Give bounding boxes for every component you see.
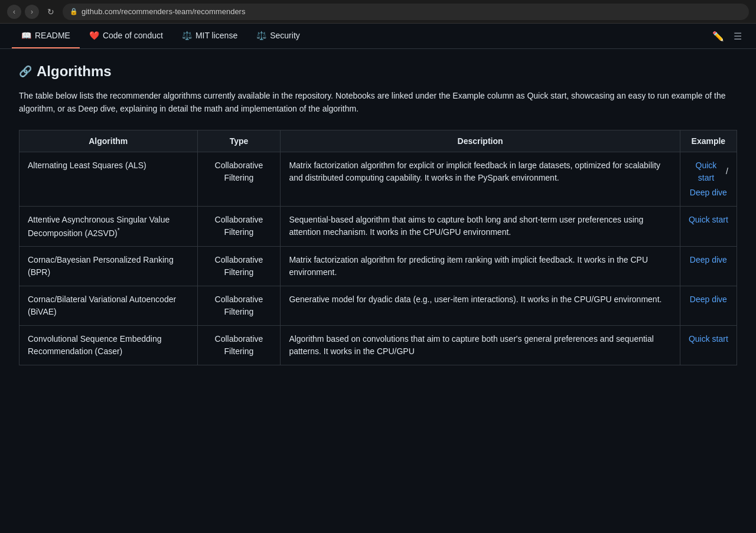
main-content: 🔗 Algorithms The table below lists the r… xyxy=(0,49,756,380)
deep-dive-link[interactable]: Deep dive xyxy=(690,254,727,266)
algo-example: Quick start xyxy=(680,206,737,247)
algo-type: Collaborative Filtering xyxy=(197,286,281,326)
tab-bar: 📖 README ❤️ Code of conduct ⚖️ MIT licen… xyxy=(0,24,756,49)
algo-name: Cornac/Bilateral Variational Autoencoder… xyxy=(19,286,198,326)
quick-start-link[interactable]: Quick start xyxy=(689,333,728,345)
tab-readme[interactable]: 📖 README xyxy=(12,24,80,48)
col-description: Description xyxy=(281,130,680,152)
example-cell: Deep dive xyxy=(689,254,728,266)
example-cell: Deep dive xyxy=(689,293,728,306)
table-row: Cornac/Bayesian Personalized Ranking (BP… xyxy=(19,247,737,286)
example-cell: Quick start xyxy=(689,333,728,345)
lock-icon: 🔒 xyxy=(70,8,78,15)
tab-mit-license-label: MIT license xyxy=(195,31,237,40)
table-row: Cornac/Bilateral Variational Autoencoder… xyxy=(19,286,737,326)
algo-description: Sequential-based algorithm that aims to … xyxy=(281,206,680,247)
algo-example: Quick start xyxy=(680,326,737,365)
algo-description: Generative model for dyadic data (e.g., … xyxy=(281,286,680,326)
algo-description: Matrix factorization algorithm for expli… xyxy=(281,152,680,206)
readme-icon: 📖 xyxy=(21,31,31,40)
code-of-conduct-icon: ❤️ xyxy=(89,31,99,40)
tab-security-label: Security xyxy=(270,31,300,40)
example-row: Quick start / xyxy=(689,159,728,184)
algo-description: Algorithm based on convolutions that aim… xyxy=(281,326,680,365)
tab-mit-license[interactable]: ⚖️ MIT license xyxy=(172,24,247,48)
table-row: Convolutional Sequence Embedding Recomme… xyxy=(19,326,737,365)
tab-code-of-conduct[interactable]: ❤️ Code of conduct xyxy=(80,24,172,48)
intro-text: The table below lists the recommender al… xyxy=(19,89,737,116)
anchor-icon[interactable]: 🔗 xyxy=(19,65,32,78)
browser-nav: ‹ › xyxy=(7,5,39,19)
address-bar[interactable]: 🔒 github.com/recommenders-team/recommend… xyxy=(63,4,749,20)
algo-name: Convolutional Sequence Embedding Recomme… xyxy=(19,326,198,365)
tab-code-of-conduct-label: Code of conduct xyxy=(103,31,163,40)
deep-dive-link[interactable]: Deep dive xyxy=(690,187,727,199)
algo-type: Collaborative Filtering xyxy=(197,206,281,247)
col-example: Example xyxy=(680,130,737,152)
list-button[interactable]: ☰ xyxy=(731,28,744,44)
browser-bar: ‹ › ↻ 🔒 github.com/recommenders-team/rec… xyxy=(0,0,756,24)
algo-example: Deep dive xyxy=(680,247,737,286)
quick-start-link[interactable]: Quick start xyxy=(689,214,728,226)
url-text: github.com/recommenders-team/recommender… xyxy=(82,7,245,16)
algo-example: Deep dive xyxy=(680,286,737,326)
algo-description: Matrix factorization algorithm for predi… xyxy=(281,247,680,286)
tab-security[interactable]: ⚖️ Security xyxy=(247,24,309,48)
tab-actions: ✏️ ☰ xyxy=(710,28,744,44)
example-cell: Quick start / Deep dive xyxy=(689,159,728,199)
back-button[interactable]: ‹ xyxy=(7,5,21,19)
refresh-button[interactable]: ↻ xyxy=(45,6,57,18)
algo-name: Alternating Least Squares (ALS) xyxy=(19,152,198,206)
algo-type: Collaborative Filtering xyxy=(197,326,281,365)
forward-button[interactable]: › xyxy=(25,5,39,19)
col-type: Type xyxy=(197,130,281,152)
security-icon: ⚖️ xyxy=(256,31,266,40)
tab-readme-label: README xyxy=(35,31,70,40)
table-row: Alternating Least Squares (ALS) Collabor… xyxy=(19,152,737,206)
algorithms-table: Algorithm Type Description Example Alter… xyxy=(19,130,737,366)
table-row: Attentive Asynchronous Singular Value De… xyxy=(19,206,737,247)
col-algorithm: Algorithm xyxy=(19,130,198,152)
mit-license-icon: ⚖️ xyxy=(182,31,192,40)
algo-type: Collaborative Filtering xyxy=(197,152,281,206)
section-heading: 🔗 Algorithms xyxy=(19,63,737,80)
algo-type: Collaborative Filtering xyxy=(197,247,281,286)
section-title: Algorithms xyxy=(37,63,112,80)
table-header-row: Algorithm Type Description Example xyxy=(19,130,737,152)
deep-dive-link[interactable]: Deep dive xyxy=(690,293,727,306)
edit-button[interactable]: ✏️ xyxy=(710,28,726,44)
quick-start-link[interactable]: Quick start xyxy=(689,159,724,184)
algo-name: Attentive Asynchronous Singular Value De… xyxy=(19,206,198,247)
algo-example: Quick start / Deep dive xyxy=(680,152,737,206)
algo-name: Cornac/Bayesian Personalized Ranking (BP… xyxy=(19,247,198,286)
example-cell: Quick start xyxy=(689,214,728,226)
